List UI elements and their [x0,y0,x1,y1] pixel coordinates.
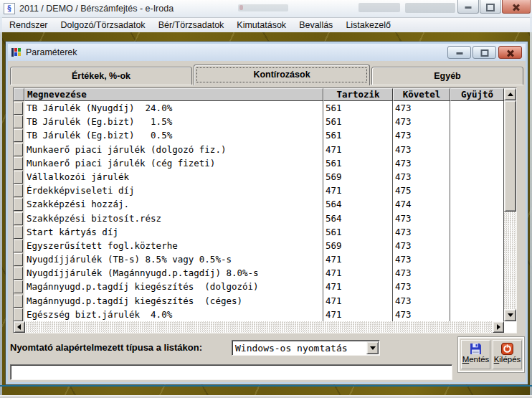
row-selector-button[interactable] [14,294,24,308]
action-button-group: Mentés Kilépés [458,337,524,372]
table-row[interactable]: Magánnyugd.p.tagdíj kiegészítés (dolgozó… [14,280,504,293]
table-row[interactable]: Munkaerő piaci járulék (dolgozó fiz.)471… [14,143,504,156]
menu-dolgozo-torzsadatok[interactable]: Dolgozó/Törzsadatok [54,19,152,32]
cell-megnevezese: Magánnyugd.p.tagdíj kiegészítés (dolgozó… [24,280,323,293]
row-selector-button[interactable] [14,128,24,142]
scroll-right-icon [497,324,500,330]
row-selector-button[interactable] [14,239,24,252]
row-selector-button[interactable] [14,156,24,170]
dialog-close-button[interactable] [498,46,522,59]
cell-megnevezese: Érdekképviseleti díj [24,184,323,197]
cell-megnevezese: Egyszerűsített fogl.közterhe [24,239,323,252]
cell-gyujto [450,308,504,321]
scrollbar-corner [504,321,516,333]
window-border-bottom [0,395,532,398]
row-selector-button[interactable] [14,115,24,128]
cell-tartozik: 471 [323,266,393,280]
table-row[interactable]: Egészség bizt.járulék 4.0%471473 [14,308,504,321]
maximize-icon [480,49,488,57]
table-row[interactable]: Start kártyás díj561473 [14,225,504,239]
table-row[interactable]: Vállalkozói járulék569473 [14,170,504,184]
cell-tartozik: 561 [323,101,393,115]
table-row[interactable]: Érdekképviseleti díj471475 [14,184,504,197]
dropdown-button[interactable] [366,341,379,354]
vertical-scrollbar[interactable] [504,88,516,321]
cell-tartozik: 471 [323,252,393,266]
menu-bevallas[interactable]: Bevallás [293,19,339,32]
cell-tartozik: 471 [323,294,393,308]
menu-ber-torzsadatok[interactable]: Bér/Törzsadatok [152,19,231,32]
cell-kovetel: 473 [393,143,450,156]
cell-gyujto [450,197,504,211]
vertical-scroll-thumb[interactable] [504,100,516,212]
row-selector-button[interactable] [14,101,24,115]
scroll-down-button[interactable] [504,309,516,321]
cell-kovetel: 473 [393,156,450,170]
tab-egyeb[interactable]: Egyéb [371,67,523,85]
header-megnevezese: Megnevezése [24,88,323,101]
row-selector-button[interactable] [14,170,24,184]
tab-ertekek[interactable]: Értékek, %-ok [10,67,192,85]
tab-kontirozasok[interactable]: Kontírozások [194,65,370,85]
cell-kovetel: 473 [393,266,450,280]
table-row[interactable]: Egyszerűsített fogl.közterhe569473 [14,239,504,252]
row-selector-button[interactable] [14,266,24,280]
cell-tartozik: 471 [323,143,393,156]
horizontal-scrollbar[interactable] [14,321,504,333]
printer-type-combobox[interactable]: Windows-os nyomtatás [232,340,380,356]
table-row[interactable]: Munkaerő piaci járulék (cég fizeti)56147… [14,156,504,170]
cell-kovetel: 473 [393,280,450,293]
dropdown-arrow-icon [370,346,376,350]
row-selector-button[interactable] [14,184,24,197]
table-row[interactable]: Magánnyugd.p.tagdíj kiegészítés (céges)4… [14,294,504,308]
table-header-row: Megnevezése Tartozik Követel Gyüjtő [14,88,504,101]
save-button-label: Mentés [462,355,490,364]
cell-gyujto [450,294,504,308]
row-selector-button[interactable] [14,280,24,293]
table-row[interactable]: TB Járulék (Eg.bizt) 0.5%561473 [14,128,504,142]
scroll-right-button[interactable] [493,321,504,333]
cell-kovetel: 473 [393,252,450,266]
dialog-maximize-button[interactable] [472,46,496,59]
minimize-button[interactable] [457,0,479,14]
row-selector-button[interactable] [14,252,24,266]
cell-gyujto [450,101,504,115]
cell-kovetel: 473 [393,239,450,252]
scroll-up-icon [508,93,513,96]
cell-tartozik: 564 [323,212,393,225]
scroll-up-button[interactable] [504,88,516,100]
table-row[interactable]: Szakképzési hozzáj.564474 [14,197,504,211]
cell-gyujto [450,156,504,170]
cell-megnevezese: Munkaerő piaci járulék (dolgozó fiz.) [24,143,323,156]
table-row[interactable]: TB Járulék (Eg.bizt) 1.5%561473 [14,115,504,128]
header-kovetel: Követel [393,88,450,101]
maximize-icon [486,4,495,11]
dialog-minimize-button[interactable] [447,46,471,59]
close-button[interactable] [502,0,531,14]
row-selector-button[interactable] [14,197,24,211]
minimize-icon [456,52,462,55]
cell-gyujto [450,252,504,266]
header-gyujto: Gyüjtő [450,88,504,101]
cell-tartozik: 561 [323,128,393,142]
row-selector-button[interactable] [14,225,24,239]
row-selector-button[interactable] [14,308,24,321]
menu-kimutatasok[interactable]: Kimutatások [230,19,293,32]
table-row[interactable]: TB Járulék (Nyugdíj) 24.0%561473 [14,101,504,115]
save-floppy-icon [470,343,482,355]
row-selector-button[interactable] [14,143,24,156]
status-field[interactable] [10,364,452,380]
row-selector-button[interactable] [14,212,24,225]
maximize-button[interactable] [480,0,501,14]
menu-rendszer[interactable]: Rendszer [3,19,54,32]
save-button[interactable]: Mentés [461,340,490,369]
table-row[interactable]: Szakképzési biztosít.rész564473 [14,212,504,225]
table-row[interactable]: Nyugdíjjárulék (Magánnyugd.p.tagdíj) 8.0… [14,266,504,280]
cell-tartozik: 569 [323,239,393,252]
scroll-left-button[interactable] [14,321,25,333]
cell-tartozik: 564 [323,197,393,211]
table-row[interactable]: Nyugdíjjárulék (TB-s) 8.5% vagy 0.5%-s47… [14,252,504,266]
menu-listakezelo[interactable]: Listakezelő [339,19,397,32]
app-icon: § [4,3,15,14]
exit-button[interactable]: Kilépés [493,340,522,369]
